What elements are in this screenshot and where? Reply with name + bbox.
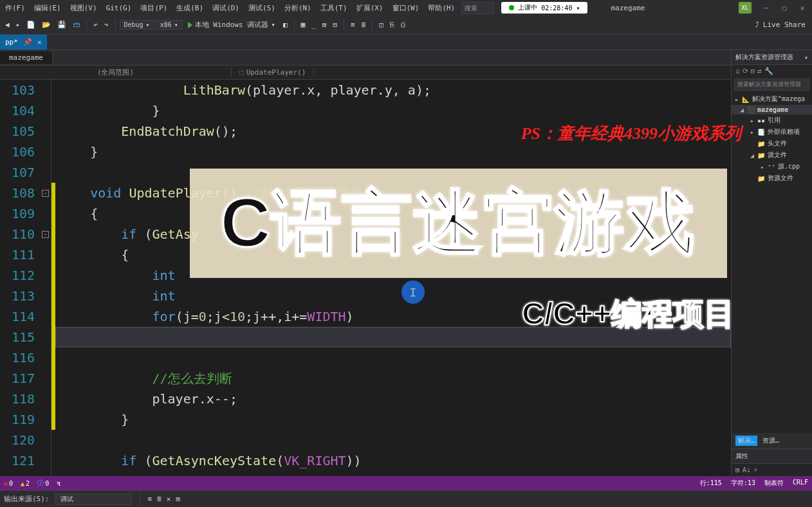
output-source-dropdown[interactable]: 调试 [55, 493, 132, 505]
solution-explorer: 解决方案资源管理器 ▾ ⌂ ⟳ ⊟ ⇄ 🔧 搜索解决方案资源管理器 ▸📐解决方案… [731, 50, 812, 476]
side-tab-solution[interactable]: 解决… [735, 436, 757, 446]
chevron-down-icon: ▾ [576, 5, 580, 12]
minimize-button[interactable]: ─ [759, 2, 773, 14]
doc-tabs: mazegame [0, 50, 731, 66]
pin-icon[interactable]: 📌 [23, 38, 32, 46]
close-button[interactable]: ✕ [795, 2, 809, 14]
line-number-gutter: 1031041051061071081091101111121131141151… [0, 80, 40, 476]
menu-build[interactable]: 生成(B) [174, 2, 206, 14]
menu-file[interactable]: 件(F) [3, 2, 28, 14]
output-tool-2[interactable]: ≣ [157, 495, 161, 503]
tool-btn-9[interactable]: ⎘ [387, 19, 397, 31]
refresh-icon[interactable]: ⟳ [743, 67, 748, 75]
quick-search-input[interactable]: 搜索 [461, 2, 494, 14]
source-cpp-node[interactable]: ▸⁺⁺源.cpp [732, 161, 812, 172]
tool-btn-7[interactable]: ≣ [359, 19, 369, 31]
recording-badge[interactable]: 上课中 02:28:40 ▾ [501, 2, 587, 14]
file-tab-active[interactable]: pp* 📌 ✕ [0, 35, 47, 50]
start-debug-button[interactable]: 本地 Windows 调试器 ▾ [184, 19, 279, 31]
redo-button[interactable]: ↷ [102, 19, 111, 31]
line-indicator[interactable]: 行:115 [700, 479, 722, 488]
scope-func[interactable]: ⬚ UpdatePlayer() [232, 68, 314, 77]
output-tool-1[interactable]: ≡ [148, 495, 152, 503]
output-tool-3[interactable]: ✕ [167, 495, 171, 503]
crlf-indicator[interactable]: CRLF [793, 479, 808, 488]
output-tool-4[interactable]: ⊞ [176, 495, 180, 503]
close-tab-icon[interactable]: ✕ [37, 38, 42, 46]
refs-node[interactable]: ▸▪▪引用 [732, 115, 812, 126]
menu-analyze[interactable]: 分析(N) [282, 2, 314, 14]
back-button[interactable]: ◀ [3, 19, 12, 31]
statusbar: ⊗ 0 ▲ 2 ⓘ 0 ↯ 行:115 字符:13 制表符 CRLF [0, 476, 812, 490]
info-count[interactable]: ⓘ 0 [37, 479, 49, 488]
properties-header: 属性 [732, 449, 812, 464]
menu-git[interactable]: Git(G) [104, 3, 134, 14]
solution-node[interactable]: ▸📐解决方案"mazega [732, 93, 812, 105]
collapse-icon[interactable]: ⊟ [751, 67, 755, 75]
menu-project[interactable]: 项目(P) [138, 2, 170, 14]
tool-btn-5[interactable]: ⊟ [330, 19, 340, 31]
events-icon[interactable]: ⚡ [753, 466, 758, 474]
recording-dot-icon [509, 5, 514, 10]
errors-count[interactable]: ⊗ 0 [4, 480, 13, 487]
user-badge[interactable]: XL [739, 2, 752, 14]
fold-gutter[interactable]: -- [40, 80, 51, 476]
tool-btn-4[interactable]: ⊞ [320, 19, 329, 31]
menu-view[interactable]: 视图(V) [68, 2, 100, 14]
maximize-button[interactable]: ▢ [777, 2, 791, 14]
scope-global[interactable]: (全局范围) [0, 68, 232, 77]
platform-dropdown[interactable]: x86 ▾ [156, 20, 183, 30]
home-icon[interactable]: ⌂ [735, 67, 740, 75]
menu-window[interactable]: 窗口(W) [390, 2, 422, 14]
menu-extensions[interactable]: 扩展(X) [354, 2, 386, 14]
menu-tools[interactable]: 工具(T) [318, 2, 350, 14]
undo-button[interactable]: ↶ [91, 19, 100, 31]
tool-btn-1[interactable]: ◧ [281, 19, 290, 31]
overlay-ps-text: PS：童年经典4399小游戏系列 [521, 122, 741, 145]
live-share-button[interactable]: ⤴ Live Share [752, 19, 809, 30]
build-icon[interactable]: ↯ [57, 480, 60, 487]
sync-icon[interactable]: ⇄ [757, 67, 762, 75]
tool-btn-2[interactable]: ▦ [299, 19, 308, 31]
tool-btn-10[interactable]: ⎙ [398, 19, 408, 31]
open-button[interactable]: 📂 [39, 19, 53, 31]
menu-debug[interactable]: 调试(D) [210, 2, 242, 14]
output-panel-header: 输出来源(S): 调试 ≡ ≣ ✕ ⊞ [0, 490, 812, 507]
project-node[interactable]: ◢⬛mazegame [732, 105, 812, 115]
side-tab-resources[interactable]: 资源… [762, 436, 779, 445]
warning-icon: ▲ [21, 480, 24, 487]
forward-button[interactable]: ▸ [14, 19, 23, 31]
char-indicator[interactable]: 字符:13 [731, 479, 755, 488]
sources-node[interactable]: ◢📁源文件 [732, 149, 812, 161]
save-button[interactable]: 💾 [55, 19, 69, 31]
resources-node[interactable]: 📁资源文件 [732, 172, 812, 184]
overlay-sub-text: C/C++编程项目 [522, 293, 735, 335]
scope-bar: (全局范围) ⬚ UpdatePlayer() [0, 66, 731, 80]
menu-test[interactable]: 测试(S) [246, 2, 278, 14]
cursor-highlight: I [401, 281, 425, 304]
side-tab-strip: 解决… 资源… [732, 433, 812, 449]
categorize-icon[interactable]: ⊞ [735, 466, 740, 474]
tool-btn-3[interactable]: _ [309, 19, 318, 31]
alpha-icon[interactable]: A↓ [743, 466, 751, 474]
overlay-main-text: C语言迷宫游戏 [221, 176, 697, 270]
save-all-button[interactable]: 🗃 [70, 19, 82, 31]
info-icon: ⓘ [37, 479, 44, 488]
wrench-icon[interactable]: 🔧 [764, 67, 773, 75]
doc-tab[interactable]: mazegame [0, 51, 53, 64]
tool-btn-8[interactable]: ◫ [376, 19, 386, 31]
window-title: mazegame [611, 4, 645, 12]
config-dropdown[interactable]: Debug ▾ [120, 20, 154, 30]
menubar: 件(F) 编辑(E) 视图(V) Git(G) 项目(P) 生成(B) 调试(D… [0, 0, 812, 15]
warnings-count[interactable]: ▲ 2 [21, 480, 30, 487]
solution-search-input[interactable]: 搜索解决方案资源管理器 [734, 78, 809, 91]
headers-node[interactable]: 📁头文件 [732, 138, 812, 149]
menu-edit[interactable]: 编辑(E) [32, 2, 64, 14]
main-toolbar: ◀ ▸ 📄 📂 💾 🗃 ↶ ↷ Debug ▾ x86 ▾ 本地 Windows… [0, 15, 812, 35]
tool-btn-6[interactable]: ≡ [348, 19, 358, 31]
new-file-button[interactable]: 📄 [24, 19, 38, 31]
external-deps-node[interactable]: ▸📑外部依赖项 [732, 126, 812, 138]
menu-help[interactable]: 帮助(H) [425, 2, 457, 14]
pin-icon[interactable]: ▾ [804, 54, 808, 61]
tabs-indicator[interactable]: 制表符 [764, 479, 784, 488]
